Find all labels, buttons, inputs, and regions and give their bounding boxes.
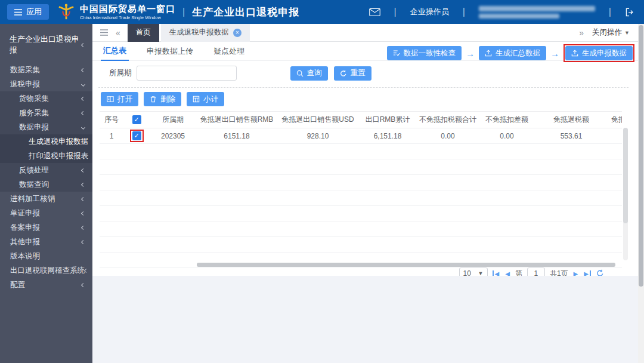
collapse-sidebar-button[interactable]	[100, 28, 108, 38]
table-row[interactable]: 1 ✓ 202305 6151.18 928.10 6,151.18 0.00 …	[100, 128, 622, 144]
sidebar-item-version-notes[interactable]: 版本说明	[0, 249, 92, 263]
sidebar-item-label: 进料加工核销	[10, 194, 55, 204]
subtab-doubt-handling[interactable]: 疑点处理	[211, 42, 247, 61]
tab-generate-refund-data[interactable]: 生成退税申报数据 ×	[161, 24, 250, 42]
query-form: 所属期 查询 重置	[109, 66, 371, 81]
query-buttons: 查询 重置	[290, 66, 371, 81]
scroll-tabs-right-button[interactable]: »	[579, 28, 584, 38]
tab-home[interactable]: 首页	[128, 24, 159, 42]
close-tab-icon[interactable]: ×	[233, 29, 242, 37]
first-page-button[interactable]: ◀	[493, 270, 500, 276]
redacted-company-info	[479, 6, 595, 19]
sidebar-item-generate-refund-data[interactable]: 生成退税申报数据	[0, 134, 92, 149]
chevron-left-icon	[81, 182, 85, 186]
open-icon	[107, 96, 114, 103]
page-scrollbar	[638, 24, 644, 363]
sidebar-item-other-declaration[interactable]: 其他申报	[0, 235, 92, 249]
reset-icon	[340, 70, 347, 77]
divider: |	[394, 7, 397, 17]
sidebar-title-label: 生产企业出口退税申报	[10, 34, 82, 56]
data-consistency-check-button[interactable]: 数据一致性检查	[387, 46, 462, 60]
page-number-input[interactable]: 1	[527, 267, 545, 276]
divider: |	[182, 7, 185, 17]
page-prefix-label: 第	[515, 269, 522, 276]
subtotal-button[interactable]: 小计	[187, 92, 224, 106]
brand-title: 中国国际贸易单一窗口	[80, 4, 175, 15]
refresh-button[interactable]	[596, 269, 605, 276]
apps-menu-button[interactable]: 应用	[7, 4, 49, 20]
scroll-tabs-left-button[interactable]: «	[116, 28, 120, 38]
sidebar-item-print-refund-report[interactable]: 打印退税申报报表	[0, 149, 92, 163]
chevron-left-icon	[81, 96, 85, 100]
open-button[interactable]: 打开	[101, 92, 138, 106]
period-input[interactable]	[137, 66, 237, 81]
sidebar-item-label: 反馈处理	[19, 165, 49, 176]
page-size-select[interactable]: 10 ▼	[459, 267, 488, 276]
hamburger-icon	[100, 29, 108, 36]
tab-label: 首页	[136, 27, 151, 38]
generate-declaration-data-button[interactable]: 生成申报数据	[565, 46, 633, 60]
col-sales-rmb: 免抵退出口销售额RMB	[196, 112, 277, 128]
select-all-checkbox[interactable]: ✓	[132, 115, 141, 124]
col-no-deduct-diff: 不免抵扣差额	[479, 112, 535, 128]
chevron-left-icon	[81, 225, 85, 229]
delete-button[interactable]: 删除	[144, 92, 181, 106]
sidebar-item-service-collection[interactable]: 服务采集	[0, 106, 92, 120]
row-checkbox[interactable]: ✓	[132, 131, 141, 140]
sidebar-item-label: 版本说明	[10, 251, 40, 262]
reset-button[interactable]: 重置	[334, 66, 371, 81]
submenu-data-declaration: 生成退税申报数据 打印退税申报报表	[0, 134, 92, 163]
sidebar-item-tax-refund-declaration[interactable]: 退税申报	[0, 77, 92, 91]
brand-text: 中国国际贸易单一窗口 China International Trade Sin…	[80, 4, 175, 20]
sidebar-item-record-declaration[interactable]: 备案申报	[0, 220, 92, 235]
operator-role-label: 企业操作员	[410, 7, 449, 17]
page-total-label: 共1页	[550, 269, 568, 276]
brand: 中国国际贸易单一窗口 China International Trade Sin…	[57, 3, 175, 21]
subtab-summary-table[interactable]: 汇总表	[101, 42, 129, 61]
table-vertical-scrollbar-thumb[interactable]	[623, 128, 628, 223]
logout-icon	[625, 8, 634, 17]
search-button[interactable]: 查询	[290, 66, 328, 81]
redacted-line	[479, 6, 595, 11]
chevron-left-icon	[81, 42, 85, 47]
sidebar-item-processing-trade-verification[interactable]: 进料加工核销	[0, 192, 92, 206]
prev-page-button[interactable]: ◀	[504, 270, 510, 276]
generate-summary-data-button[interactable]: 生成汇总数据	[479, 46, 546, 60]
sidebar-item-data-declaration[interactable]: 数据申报	[0, 120, 92, 134]
sidebar-item-data-collection[interactable]: 数据采集	[0, 63, 92, 77]
chevron-left-icon	[81, 211, 85, 215]
cell-period: 202305	[150, 128, 196, 144]
cell-rmb-total: 6,151.18	[358, 128, 417, 144]
envelope-icon	[369, 8, 380, 16]
period-field-label: 所属期	[109, 68, 132, 78]
caret-down-icon: ▼	[624, 30, 630, 36]
workflow-buttons: 数据一致性检查 → 生成汇总数据 → 生成申报数据	[387, 44, 635, 62]
button-label: 打开	[117, 94, 132, 104]
sidebar-item-feedback-processing[interactable]: 反馈处理	[0, 163, 92, 177]
mail-button[interactable]	[369, 8, 380, 16]
sidebar-item-goods-collection[interactable]: 货物采集	[0, 91, 92, 106]
logout-button[interactable]	[625, 8, 634, 17]
sidebar-item-document-declaration[interactable]: 单证申报	[0, 206, 92, 220]
sidebar-title[interactable]: 生产企业出口退税申报	[0, 24, 92, 63]
next-page-button[interactable]: ▶	[573, 270, 579, 276]
col-exempt-amount: 免抵税额	[608, 112, 622, 128]
close-operations-label: 关闭操作	[592, 27, 622, 38]
upload-icon	[571, 50, 578, 57]
sidebar-item-label: 配置	[10, 280, 25, 290]
sidebar-item-data-query[interactable]: 数据查询	[0, 177, 92, 192]
page-scrollbar-thumb[interactable]	[639, 25, 643, 287]
last-page-button[interactable]: ▶	[583, 270, 591, 276]
sidebar-item-network-inspection-system[interactable]: 出口退税联网稽查系统	[0, 263, 92, 278]
row-actions: 打开 删除 小计	[101, 92, 224, 106]
col-period: 所属期	[150, 112, 196, 128]
close-operations-dropdown[interactable]: 关闭操作 ▼	[592, 27, 630, 38]
col-select: ✓	[123, 112, 150, 128]
sidebar-item-label: 数据申报	[19, 122, 49, 133]
empty-row	[100, 144, 622, 159]
subtab-upload-declaration-data[interactable]: 申报数据上传	[144, 42, 196, 61]
caret-down-icon: ▼	[478, 270, 484, 276]
sidebar-item-label: 备案申报	[10, 223, 40, 233]
sidebar-item-configuration[interactable]: 配置	[0, 278, 92, 292]
subtab-label: 疑点处理	[213, 47, 244, 56]
